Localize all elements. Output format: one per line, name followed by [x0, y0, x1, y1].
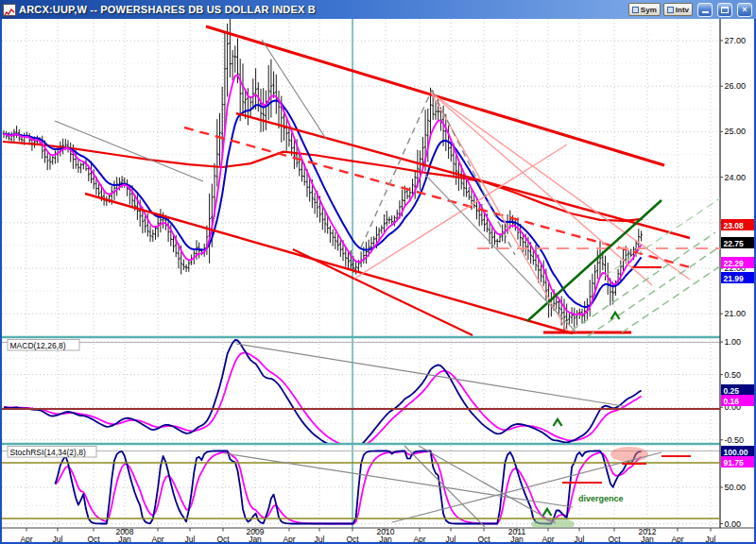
intv-button[interactable]: Intv	[663, 3, 693, 16]
month-tick-label: Jul	[446, 535, 456, 542]
month-tick-label: Oct	[608, 535, 621, 542]
month-tick-label: Apr	[671, 535, 683, 542]
axis-tick-label: 50.00	[725, 483, 747, 492]
month-tick-label: Oct	[87, 535, 100, 542]
maximize-button[interactable]	[717, 3, 732, 17]
minimize-button[interactable]	[697, 3, 713, 17]
month-tick-label: Apr	[283, 535, 295, 542]
month-tick-label: Jan	[249, 535, 262, 542]
month-tick-label: Apr	[151, 535, 163, 542]
month-tick-label: Oct	[346, 535, 359, 542]
month-tick-label: Jan	[641, 535, 654, 542]
axis-tick-label: 0.50	[725, 370, 742, 380]
sym-button[interactable]: Sym	[628, 3, 661, 16]
axis-tick-label: 1.00	[725, 337, 742, 347]
month-tick-label: Jul	[315, 535, 325, 542]
last-value-badge-text: 0.16	[724, 397, 740, 406]
axis-tick-label: 0.00	[725, 519, 742, 529]
month-tick-label: Jul	[706, 535, 716, 542]
month-tick-label: Jan	[379, 535, 392, 542]
title-bar[interactable]: ARCX:UUP,W -- POWERSHARES DB US DOLLAR I…	[0, 0, 756, 19]
stoch-study-label: StochRSI(14,34(2),8)	[10, 448, 86, 457]
macd-study-label-box: MACD(12,26,8)	[8, 340, 79, 351]
stoch-study-label-box: StochRSI(14,34(2),8)	[8, 447, 96, 458]
axis-tick-label: 25.00	[725, 127, 747, 136]
axis-tick-label: 24.00	[725, 173, 747, 182]
last-value-badge-text: 22.29	[724, 259, 745, 268]
minimize-icon	[702, 10, 709, 13]
window-title: ARCX:UUP,W -- POWERSHARES DB US DOLLAR I…	[19, 4, 626, 15]
last-value-badge-text: 100.00	[724, 448, 748, 457]
month-tick-label: Apr	[413, 535, 425, 542]
month-tick-label: Apr	[541, 535, 554, 542]
last-value-badge-text: 21.99	[724, 274, 745, 283]
last-value-badge-text: 23.08	[724, 221, 745, 230]
last-value-badge-text: 91.75	[724, 458, 745, 468]
macd-study-label: MACD(12,26,8)	[10, 341, 66, 350]
month-tick-label: Oct	[216, 535, 230, 542]
last-value-badge-text: 0.25	[724, 386, 740, 396]
axis-tick-label: 27.00	[725, 36, 747, 45]
highlight-ellipse	[610, 447, 648, 462]
close-button[interactable]: ×	[737, 3, 752, 17]
month-tick-label: Jul	[185, 535, 196, 542]
month-tick-label: Apr	[20, 535, 32, 542]
axis-tick-label: -0.50	[725, 435, 745, 445]
month-tick-label: Jan	[118, 535, 131, 542]
chart-canvas[interactable]: AprJulOct2008JanAprJulOct2009JanAprJulOc…	[2, 19, 754, 542]
divergence-annotation: divergence	[578, 494, 624, 503]
axis-tick-label: 21.00	[725, 309, 747, 318]
intv-button-label: Intv	[676, 6, 689, 14]
sym-button-label: Sym	[641, 6, 657, 14]
month-tick-label: Oct	[477, 535, 490, 542]
month-tick-label: Jul	[53, 535, 63, 542]
chart-window: ARCX:UUP,W -- POWERSHARES DB US DOLLAR I…	[0, 0, 756, 544]
app-icon	[3, 4, 16, 16]
axis-tick-label: 26.00	[725, 81, 747, 91]
month-tick-label: Jan	[510, 535, 524, 542]
sym-icon	[632, 7, 639, 13]
last-value-badge-text: 22.75	[724, 239, 745, 248]
month-tick-label: Jul	[575, 535, 585, 542]
maximize-icon	[721, 7, 729, 13]
intv-icon	[667, 7, 674, 13]
